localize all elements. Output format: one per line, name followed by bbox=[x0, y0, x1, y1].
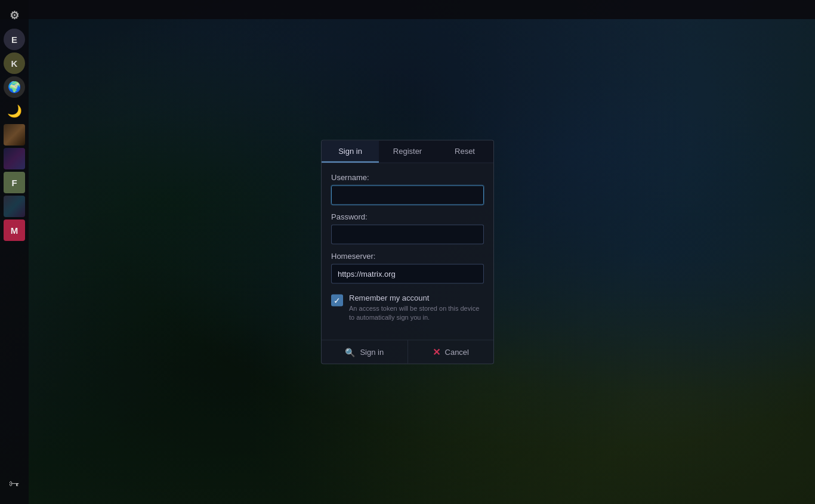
tab-register[interactable]: Register bbox=[379, 140, 436, 162]
topbar bbox=[0, 0, 815, 19]
sidebar-image1-preview bbox=[4, 124, 25, 146]
username-input[interactable] bbox=[331, 185, 484, 205]
homeserver-input[interactable] bbox=[331, 264, 484, 283]
sidebar-item-f[interactable]: F bbox=[4, 172, 25, 193]
sidebar-item-k-label: K bbox=[11, 58, 18, 69]
sidebar-image3-preview bbox=[4, 196, 25, 217]
username-label: Username: bbox=[331, 172, 484, 181]
sidebar-key-icon[interactable]: 🗝 bbox=[4, 473, 25, 494]
cancel-button[interactable]: ✕ Cancel bbox=[408, 341, 494, 364]
remember-description: An access token will be stored on this d… bbox=[349, 304, 484, 322]
signin-button[interactable]: 🔍 Sign in bbox=[322, 341, 408, 364]
moon-icon: 🌙 bbox=[7, 104, 22, 118]
sidebar-item-image3[interactable] bbox=[4, 196, 25, 217]
cancel-button-label: Cancel bbox=[445, 348, 469, 357]
sidebar-item-f-label: F bbox=[11, 178, 17, 188]
dialog-footer: 🔍 Sign in ✕ Cancel bbox=[322, 340, 493, 364]
cancel-x-icon: ✕ bbox=[433, 347, 440, 358]
homeserver-label: Homeserver: bbox=[331, 251, 484, 260]
sidebar-image2-preview bbox=[4, 148, 25, 169]
sidebar-gear-icon[interactable]: ⚙ bbox=[4, 5, 25, 26]
sidebar-item-m[interactable]: M bbox=[4, 219, 25, 241]
password-label: Password: bbox=[331, 212, 484, 221]
sidebar-item-e-label: E bbox=[11, 35, 17, 45]
sidebar-item-k[interactable]: K bbox=[4, 52, 25, 74]
remember-row: ✓ Remember my account An access token wi… bbox=[331, 293, 484, 322]
signin-button-label: Sign in bbox=[360, 348, 384, 357]
sidebar-item-moon[interactable]: 🌙 bbox=[4, 100, 25, 122]
remember-checkbox[interactable]: ✓ bbox=[331, 294, 343, 306]
tab-signin[interactable]: Sign in bbox=[322, 140, 379, 162]
dialog-body: Username: Password: Homeserver: ✓ Rememb… bbox=[322, 163, 493, 340]
remember-text: Remember my account An access token will… bbox=[349, 293, 484, 322]
dialog-tabs: Sign in Register Reset bbox=[322, 140, 493, 163]
key-icon: 🗝 bbox=[9, 478, 20, 490]
password-input[interactable] bbox=[331, 224, 484, 244]
sidebar-item-image2[interactable] bbox=[4, 148, 25, 169]
tab-reset[interactable]: Reset bbox=[436, 140, 493, 162]
sidebar-item-image1[interactable] bbox=[4, 124, 25, 146]
gear-icon: ⚙ bbox=[10, 9, 19, 22]
sidebar-item-e[interactable]: E bbox=[4, 29, 25, 50]
checkmark-icon: ✓ bbox=[334, 295, 341, 305]
sidebar-bottom: 🗝 bbox=[4, 473, 25, 499]
sidebar-item-globe[interactable]: 🌍 bbox=[4, 76, 25, 98]
remember-title: Remember my account bbox=[349, 293, 484, 302]
sidebar-item-m-label: M bbox=[11, 225, 18, 236]
globe-icon: 🌍 bbox=[8, 81, 21, 94]
signin-dialog: Sign in Register Reset Username: Passwor… bbox=[321, 140, 494, 364]
sidebar: ⚙ E K 🌍 🌙 F M 🗝 bbox=[0, 0, 29, 504]
signin-search-icon: 🔍 bbox=[345, 347, 355, 357]
